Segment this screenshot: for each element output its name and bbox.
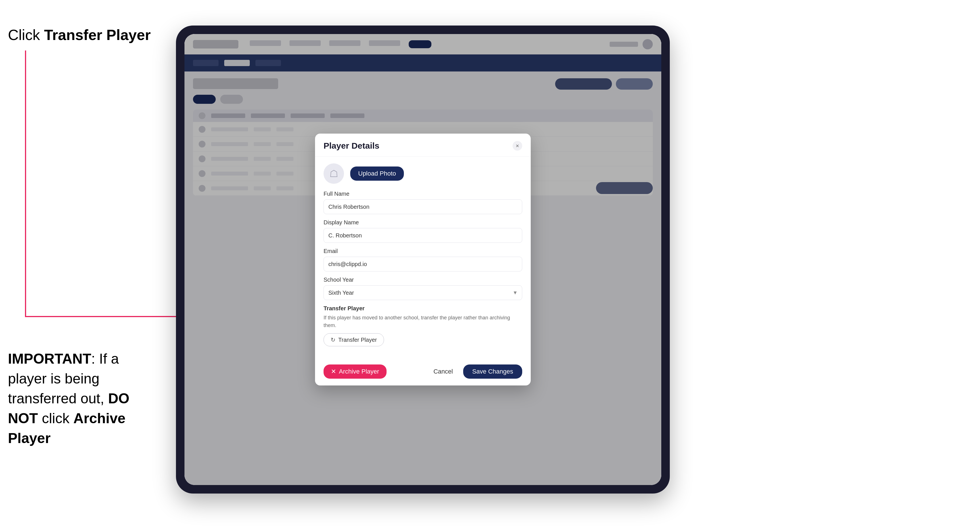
display-name-label: Display Name: [323, 219, 522, 226]
transfer-player-heading: Transfer Player: [323, 305, 522, 312]
modal-header: Player Details ×: [315, 133, 531, 157]
modal-footer: ✕ Archive Player Cancel Save Changes: [315, 360, 531, 386]
display-name-input[interactable]: [323, 228, 522, 243]
tablet-device: Player Details × ☖ Upload Photo: [176, 25, 670, 494]
archive-icon: ✕: [331, 368, 336, 375]
modal-title: Player Details: [323, 141, 379, 151]
archive-player-label: Archive Player: [339, 368, 379, 375]
transfer-player-button[interactable]: ↻ Transfer Player: [323, 333, 384, 346]
app-background: Player Details × ☖ Upload Photo: [185, 34, 661, 485]
bottom-text2: click: [42, 410, 69, 426]
instruction-bottom: IMPORTANT: If a player is being transfer…: [8, 349, 158, 448]
email-input[interactable]: [323, 257, 522, 271]
instruction-top: Click Transfer Player: [8, 25, 151, 45]
upload-photo-button[interactable]: Upload Photo: [350, 167, 404, 181]
click-label: Click: [8, 27, 40, 43]
transfer-player-description: If this player has moved to another scho…: [323, 314, 522, 329]
transfer-player-section: Transfer Player If this player has moved…: [323, 305, 522, 346]
modal-overlay: Player Details × ☖ Upload Photo: [185, 34, 661, 485]
player-avatar-circle: ☖: [323, 163, 344, 184]
modal-close-button[interactable]: ×: [512, 141, 522, 151]
school-year-group: School Year Sixth Year ▼: [323, 276, 522, 300]
full-name-group: Full Name: [323, 190, 522, 214]
email-group: Email: [323, 248, 522, 271]
person-icon: ☖: [329, 168, 338, 179]
annotation-vertical-line: [25, 51, 26, 317]
photo-upload-row: ☖ Upload Photo: [323, 163, 522, 184]
school-year-label: School Year: [323, 276, 522, 283]
cancel-button[interactable]: Cancel: [428, 365, 458, 379]
transfer-player-btn-label: Transfer Player: [338, 337, 377, 343]
transfer-player-label: Transfer Player: [44, 27, 151, 43]
modal-body: ☖ Upload Photo Full Name Display Name: [315, 157, 531, 360]
email-label: Email: [323, 248, 522, 254]
important-label: IMPORTANT: [8, 351, 91, 367]
archive-player-button[interactable]: ✕ Archive Player: [323, 365, 387, 379]
tablet-screen: Player Details × ☖ Upload Photo: [185, 34, 661, 485]
player-details-modal: Player Details × ☖ Upload Photo: [315, 133, 531, 386]
transfer-icon: ↻: [331, 337, 336, 343]
display-name-group: Display Name: [323, 219, 522, 243]
school-year-select-wrapper: Sixth Year ▼: [323, 285, 522, 300]
save-changes-button[interactable]: Save Changes: [463, 365, 522, 379]
full-name-input[interactable]: [323, 199, 522, 214]
school-year-select[interactable]: Sixth Year: [323, 285, 522, 300]
close-icon: ×: [516, 143, 519, 149]
full-name-label: Full Name: [323, 190, 522, 197]
